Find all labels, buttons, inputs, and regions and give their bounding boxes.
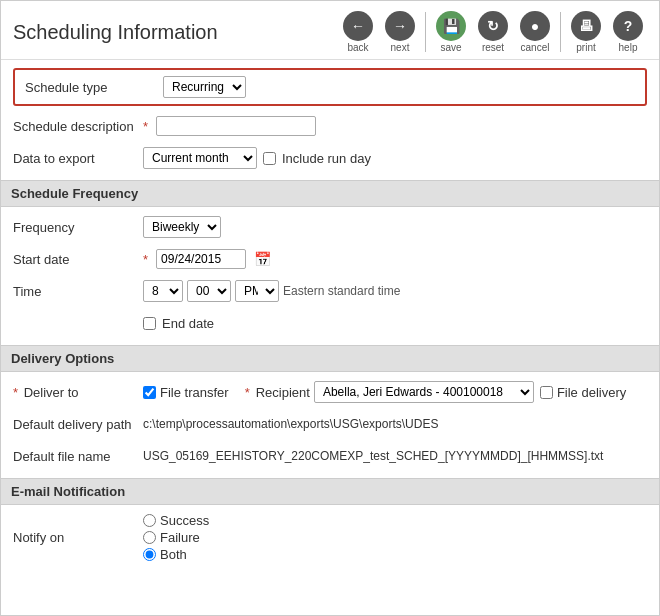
start-date-control: * 📅 xyxy=(143,249,272,269)
include-run-day-label: Include run day xyxy=(282,151,371,166)
toolbar-nav-group: ← back → next xyxy=(339,9,419,55)
recipient-select[interactable]: Abella, Jeri Edwards - 400100018 xyxy=(314,381,534,403)
email-notification-section: E-mail Notification xyxy=(1,478,659,505)
deliver-to-label: * Deliver to xyxy=(13,385,143,400)
reset-icon: ↻ xyxy=(478,11,508,41)
default-delivery-path-value: c:\temp\processautomation\exports\USG\ex… xyxy=(143,417,438,431)
calendar-icon[interactable]: 📅 xyxy=(252,249,272,269)
file-transfer-row: File transfer * Recipient Abella, Jeri E… xyxy=(143,381,534,403)
cancel-button[interactable]: ● cancel xyxy=(516,9,554,55)
default-file-name-row: Default file name USG_05169_EEHISTORY_22… xyxy=(13,444,647,468)
next-icon: → xyxy=(385,11,415,41)
toolbar-separator-1 xyxy=(425,12,426,52)
start-date-label: Start date xyxy=(13,252,143,267)
schedule-type-label: Schedule type xyxy=(25,80,155,95)
end-date-label: End date xyxy=(162,316,214,331)
reset-button[interactable]: ↻ reset xyxy=(474,9,512,55)
recipient-label: Recipient xyxy=(256,385,310,400)
print-icon: 🖶 xyxy=(571,11,601,41)
both-radio[interactable] xyxy=(143,548,156,561)
success-radio-row: Success xyxy=(143,513,209,528)
failure-label: Failure xyxy=(160,530,200,545)
time-control: 8 00 AM PM Eastern standard time xyxy=(143,280,400,302)
help-icon: ? xyxy=(613,11,643,41)
frequency-label: Frequency xyxy=(13,220,143,235)
data-to-export-control: Current month Previous month Custom Incl… xyxy=(143,147,371,169)
end-date-control: End date xyxy=(143,316,214,331)
default-file-name-value: USG_05169_EEHISTORY_220COMEXP_test_SCHED… xyxy=(143,449,603,463)
data-to-export-label: Data to export xyxy=(13,151,143,166)
time-hour-select[interactable]: 8 xyxy=(143,280,183,302)
data-to-export-row: Data to export Current month Previous mo… xyxy=(13,146,647,170)
end-date-checkbox[interactable] xyxy=(143,317,156,330)
schedule-description-row: Schedule description * xyxy=(13,114,647,138)
help-button[interactable]: ? help xyxy=(609,9,647,55)
both-radio-row: Both xyxy=(143,547,209,562)
success-label: Success xyxy=(160,513,209,528)
required-indicator: * xyxy=(143,119,148,134)
recipient-required: * xyxy=(245,385,250,400)
start-date-input[interactable] xyxy=(156,249,246,269)
schedule-description-input[interactable] xyxy=(156,116,316,136)
start-date-row: Start date * 📅 xyxy=(13,247,647,271)
toolbar: ← back → next 💾 save ↻ reset xyxy=(339,9,647,55)
failure-radio[interactable] xyxy=(143,531,156,544)
default-file-name-label: Default file name xyxy=(13,449,143,464)
deliver-to-required: * xyxy=(13,385,18,400)
frequency-select[interactable]: Daily Weekly Biweekly Monthly xyxy=(143,216,221,238)
frequency-row: Frequency Daily Weekly Biweekly Monthly xyxy=(13,215,647,239)
time-label: Time xyxy=(13,284,143,299)
toolbar-action-group: 💾 save ↻ reset ● cancel xyxy=(432,9,554,55)
frequency-control: Daily Weekly Biweekly Monthly xyxy=(143,216,221,238)
delivery-options-section: Delivery Options xyxy=(1,345,659,372)
save-button[interactable]: 💾 save xyxy=(432,9,470,55)
start-date-required: * xyxy=(143,252,148,267)
toolbar-help-group: 🖶 print ? help xyxy=(567,9,647,55)
notify-on-radio-group: Success Failure Both xyxy=(143,513,209,562)
timezone-label: Eastern standard time xyxy=(283,284,400,298)
failure-radio-row: Failure xyxy=(143,530,209,545)
file-delivery-checkbox[interactable] xyxy=(540,386,553,399)
data-to-export-select[interactable]: Current month Previous month Custom xyxy=(143,147,257,169)
time-ampm-select[interactable]: AM PM xyxy=(235,280,279,302)
next-button[interactable]: → next xyxy=(381,9,419,55)
default-delivery-path-row: Default delivery path c:\temp\processaut… xyxy=(13,412,647,436)
file-delivery-row: File delivery xyxy=(540,385,626,400)
print-button[interactable]: 🖶 print xyxy=(567,9,605,55)
toolbar-separator-2 xyxy=(560,12,561,52)
file-transfer-label: File transfer xyxy=(160,385,229,400)
schedule-type-select[interactable]: Recurring One-time xyxy=(163,76,246,98)
include-run-day-checkbox[interactable] xyxy=(263,152,276,165)
both-label: Both xyxy=(160,547,187,562)
save-icon: 💾 xyxy=(436,11,466,41)
success-radio[interactable] xyxy=(143,514,156,527)
schedule-frequency-section: Schedule Frequency xyxy=(1,180,659,207)
schedule-description-label: Schedule description xyxy=(13,119,143,134)
page-title: Scheduling Information xyxy=(13,21,218,44)
file-delivery-label: File delivery xyxy=(557,385,626,400)
back-button[interactable]: ← back xyxy=(339,9,377,55)
back-icon: ← xyxy=(343,11,373,41)
cancel-icon: ● xyxy=(520,11,550,41)
schedule-type-box: Schedule type Recurring One-time xyxy=(13,68,647,106)
deliver-to-control: File transfer * Recipient Abella, Jeri E… xyxy=(143,381,626,403)
default-delivery-path-label: Default delivery path xyxy=(13,417,143,432)
page-header: Scheduling Information ← back → next 💾 s… xyxy=(1,1,659,60)
deliver-to-row: * Deliver to File transfer * Recipient A… xyxy=(13,380,647,404)
file-transfer-checkbox[interactable] xyxy=(143,386,156,399)
schedule-description-control: * xyxy=(143,116,316,136)
time-minute-select[interactable]: 00 xyxy=(187,280,231,302)
time-row: Time 8 00 AM PM Eastern standard time xyxy=(13,279,647,303)
end-date-row: End date xyxy=(13,311,647,335)
form-content: Schedule type Recurring One-time Schedul… xyxy=(1,60,659,615)
notify-on-row: Notify on Success Failure Both xyxy=(13,513,647,562)
notify-on-label: Notify on xyxy=(13,530,143,545)
